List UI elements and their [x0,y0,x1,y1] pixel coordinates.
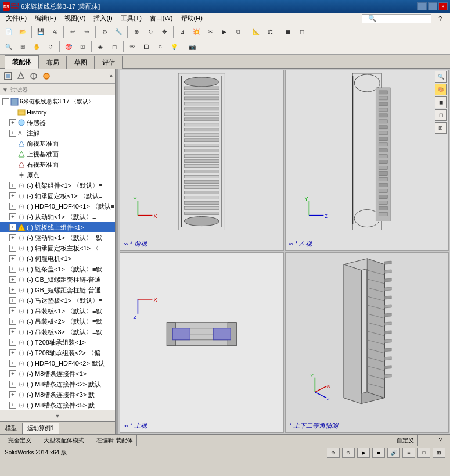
tree-item-comp18[interactable]: + (-) (-) M8槽条连接件<1> [0,368,115,379]
title-controls[interactable]: _ □ × [417,2,448,10]
color-button[interactable]: C [154,40,167,53]
comp1-expand[interactable]: + [9,182,16,189]
section-button[interactable]: ✂ [204,26,217,38]
comp11-expand[interactable]: + [9,297,16,304]
tree-item-history[interactable]: History [0,107,115,117]
vp-zoom-button[interactable]: 🔍 [435,71,447,83]
tree-item-annotation[interactable]: + A 注解 [0,128,115,138]
vb-button3[interactable]: ▶ [357,448,370,458]
vb-button6[interactable]: ≡ [402,448,415,458]
options-button[interactable]: 🔧 [112,26,125,38]
tree-item-comp14[interactable]: + (-) (-) 吊装板<3> 〈默认〉≡默 [0,327,115,337]
comp10-expand[interactable]: + [9,287,16,294]
view-zoom-button[interactable]: 🔍 [2,40,15,53]
tree-item-chain-selected[interactable]: + ! (-) 链板线上组件<1> [0,222,115,232]
vp-display2-button[interactable]: ◻ [435,109,447,121]
tree-root-expand[interactable]: - [2,98,9,105]
rebuild-button[interactable]: ⚙ [98,26,111,38]
vb-button8[interactable]: ⊞ [433,448,445,458]
wireframe-button[interactable]: ◻ [108,40,121,53]
vb-button2[interactable]: ⊖ [342,448,355,458]
lp-assembly-icon[interactable] [2,70,14,82]
menu-file[interactable]: 文件(F) [2,13,30,23]
view-pan-button[interactable]: ✋ [30,40,43,53]
print-button[interactable]: 🖨 [48,26,61,38]
save-button[interactable]: 💾 [34,26,47,38]
maximize-button[interactable]: □ [428,2,437,10]
tree-item-comp15[interactable]: + (-) (-) T208轴承组装<1> [0,337,115,348]
open-button[interactable]: 📂 [16,26,29,38]
tree-item-comp12[interactable]: + (-) (-) 吊装板<1> 〈默认〉≡默 [0,306,115,316]
tree-item-origin[interactable]: 原点 [0,170,115,180]
tree-item-comp13[interactable]: + (-) (-) 吊装板<2> 〈默认〉≡默 [0,316,115,327]
comp17-expand[interactable]: + [9,360,16,367]
view-orient-button[interactable]: ⊡ [76,40,89,53]
tree-item-comp7[interactable]: + (-) (-) 伺服电机<1> [0,253,115,264]
comp2-expand[interactable]: + [9,192,16,199]
vb-button5[interactable]: 🔊 [387,448,400,458]
help-icon[interactable]: ? [435,15,445,23]
tree-item-comp9[interactable]: + (-) (-) GB_短螺距套柱链-普通 [0,274,115,285]
lb-tab-model[interactable]: 模型 [0,423,22,434]
tab-sketch[interactable]: 草图 [67,56,95,69]
tree-item-comp4[interactable]: + (-) (-) 从动轴<1> 〈默认〉≡ [0,212,115,222]
chain-expand[interactable]: + [9,224,16,231]
menu-insert[interactable]: 插入(I) [90,13,116,23]
tree-item-comp2[interactable]: + (-) (-) 轴承固定板<1> 〈默认≡ [0,191,115,201]
tree-item-comp1[interactable]: + (-) (-) 机架组件<1> 〈默认〉≡ [0,180,115,191]
display1-button[interactable]: ◼ [282,26,294,38]
pattern-button[interactable]: ⧉ [232,26,244,38]
light-button[interactable]: 💡 [168,40,181,53]
comp19-expand[interactable]: + [9,381,16,388]
camera-button[interactable]: 📷 [186,40,199,53]
comp14-expand[interactable]: + [9,328,16,335]
menu-window[interactable]: 窗口(W) [146,13,177,23]
vp-color-button[interactable]: 🎨 [435,84,447,95]
tree-scrollbar-bottom[interactable]: ▼ [0,410,115,421]
comp3-expand[interactable]: + [9,203,16,210]
move-button[interactable]: ✥ [158,26,171,38]
mass-button[interactable]: ⚖ [264,26,276,38]
tree-item-right-plane[interactable]: 右视基准面 [0,159,115,170]
menu-tools[interactable]: 工具(T) [117,13,145,23]
redo-button[interactable]: ↪ [80,26,93,38]
tree-item-comp6[interactable]: + (-) (-) 轴承固定板主板<1> 〈 [0,243,115,253]
display2-button[interactable]: ◻ [296,26,308,38]
sim-button[interactable]: ▶ [218,26,231,38]
comp15-expand[interactable]: + [9,339,16,346]
tree-item-comp10[interactable]: + (-) (-) GB_短螺距套柱链-普通 [0,285,115,295]
comp21-expand[interactable]: + [9,402,16,409]
section2-button[interactable]: ⧠ [140,40,153,53]
tree-item-comp8[interactable]: + (-) (-) 链条盖<1> 〈默认〉≡默 [0,264,115,274]
menu-edit[interactable]: 编辑(E) [31,13,60,23]
comp9-expand[interactable]: + [9,276,16,283]
tree-item-top-plane[interactable]: 上视基准面 [0,149,115,159]
menu-view[interactable]: 视图(V) [61,13,89,23]
lp-plane-icon[interactable] [15,70,27,82]
comp6-expand[interactable]: + [9,245,16,252]
comp7-expand[interactable]: + [9,255,16,262]
tree-item-comp16[interactable]: + (-) (-) T208轴承组装<2> 〈偏 [0,348,115,358]
new-button[interactable]: 📄 [2,26,15,38]
vp-display1-button[interactable]: ◼ [435,96,447,108]
comp13-expand[interactable]: + [9,318,16,325]
tree-item-comp5[interactable]: + (-) (-) 驱动轴<1> 〈默认〉≡默 [0,232,115,243]
add-comp-button[interactable]: ⊕ [130,26,143,38]
tree-item-comp21[interactable]: + (-) (-) M8槽条连接件<5> 默 [0,400,115,410]
tree-root[interactable]: - 6米链板线总装3-17 〈默认〉 [0,96,115,107]
vp-toggle-button[interactable]: ⊞ [435,122,447,134]
hide-button[interactable]: 👁 [126,40,139,53]
tree-item-comp3[interactable]: + (-) (-) HDF40_HDF40<1> 〈默认≡ [0,201,115,212]
status-custom[interactable]: 自定义 [393,435,418,446]
comp5-expand[interactable]: + [9,234,16,241]
measure-button[interactable]: 📐 [250,26,262,38]
vb-button4[interactable]: ■ [372,448,385,458]
annotation-expand[interactable]: + [9,130,16,137]
lb-tab-motion[interactable]: 运动算例1 [22,423,59,434]
lp-display-icon[interactable] [41,70,52,82]
close-button[interactable]: × [438,2,448,10]
tree-item-comp20[interactable]: + (-) (-) M8槽条连接件<3> 默 [0,389,115,400]
tree-item-front-plane[interactable]: 前视基准面 [0,138,115,149]
menu-help[interactable]: 帮助(H) [178,13,206,23]
view-rotate-button[interactable]: ↺ [44,40,57,53]
